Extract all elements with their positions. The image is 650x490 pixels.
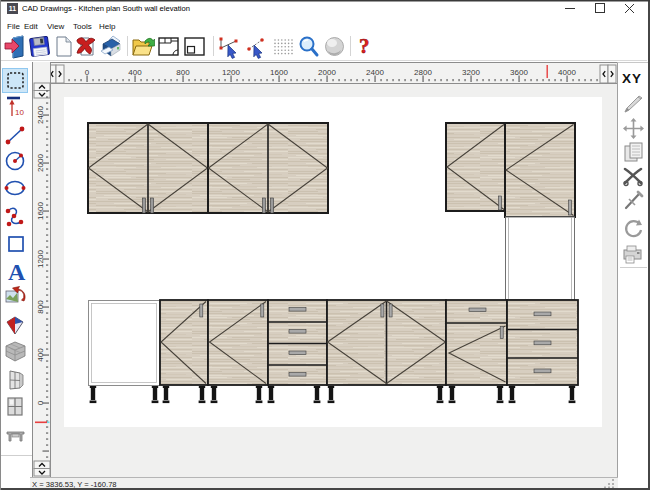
svg-text:10: 10 bbox=[15, 108, 24, 117]
svg-text:A: A bbox=[8, 259, 26, 285]
svg-text:XY: XY bbox=[622, 71, 642, 86]
svg-text:?: ? bbox=[359, 34, 370, 58]
